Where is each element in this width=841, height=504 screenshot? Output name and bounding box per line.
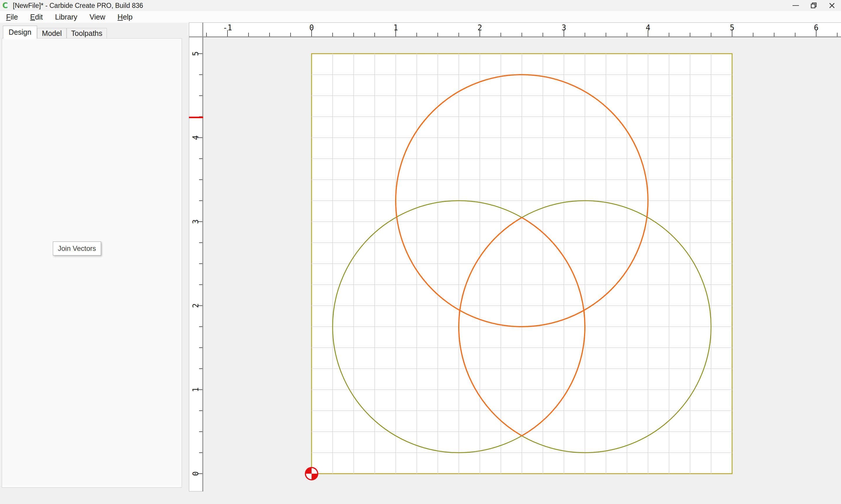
- ruler-tick: [521, 33, 522, 36]
- ruler-tick: [332, 33, 333, 36]
- ruler-tick: [543, 33, 543, 36]
- ruler-tick: [206, 33, 207, 36]
- restore-button[interactable]: [805, 0, 823, 11]
- ruler-label: -1: [219, 23, 236, 32]
- join-vectors-tooltip: Join Vectors: [53, 241, 101, 255]
- horizontal-ruler: -10123456: [203, 22, 841, 37]
- ruler-tick: [199, 74, 202, 75]
- ruler-tick: [353, 33, 354, 36]
- close-icon: [828, 2, 836, 9]
- ruler-tick: [606, 33, 606, 36]
- ruler-tick: [199, 452, 202, 453]
- ruler-label: 1: [387, 23, 405, 32]
- ruler-tick: [199, 263, 202, 264]
- ruler-tick: [459, 33, 459, 36]
- ruler-tick: [199, 95, 202, 96]
- menu-view[interactable]: View: [84, 13, 111, 21]
- ruler-tick: [199, 242, 202, 243]
- tab-toolpaths[interactable]: Toolpaths: [67, 28, 107, 38]
- ruler-label: 4: [189, 131, 202, 144]
- ruler-label: 6: [807, 23, 825, 32]
- ruler-tick: [437, 33, 438, 36]
- ruler-tick: [199, 368, 202, 369]
- minimize-icon: [792, 5, 799, 6]
- ruler-tick: [248, 33, 249, 36]
- ruler-label: 0: [189, 467, 202, 480]
- ruler-tick: [795, 33, 795, 36]
- ruler-tick: [199, 347, 202, 348]
- app-window: C [NewFile]* - Carbide Create PRO, Build…: [0, 0, 841, 504]
- ruler-tick: [416, 33, 417, 36]
- ruler-tick: [269, 33, 270, 36]
- restore-icon: [810, 2, 817, 9]
- ruler-label: 2: [471, 23, 488, 32]
- tab-model[interactable]: Model: [37, 28, 67, 38]
- ruler-tick: [753, 33, 753, 36]
- minimize-button[interactable]: [787, 0, 805, 11]
- design-panel: [2, 38, 182, 488]
- ruler-label: 3: [555, 23, 573, 32]
- ruler-label: 4: [639, 23, 657, 32]
- ruler-tick: [585, 33, 585, 36]
- vertical-ruler: 012345: [189, 37, 203, 491]
- menu-bar: File Edit Library View Help: [0, 11, 841, 23]
- ruler-tick: [199, 284, 202, 285]
- ruler-tick: [711, 33, 711, 36]
- menu-help[interactable]: Help: [111, 13, 139, 21]
- ruler-tick: [500, 33, 501, 36]
- ruler-label: 3: [189, 215, 202, 228]
- ruler-tick: [199, 179, 202, 180]
- ruler-position-marker: [189, 117, 203, 118]
- ruler-label: 2: [189, 299, 202, 312]
- ruler-label: 5: [189, 47, 202, 60]
- ruler-tick: [774, 33, 774, 36]
- window-controls: [787, 0, 841, 11]
- title-bar: C [NewFile]* - Carbide Create PRO, Build…: [0, 0, 841, 11]
- menu-edit[interactable]: Edit: [24, 13, 49, 21]
- tab-design[interactable]: Design: [3, 26, 37, 38]
- menu-library[interactable]: Library: [49, 13, 83, 21]
- ruler-tick: [199, 200, 202, 201]
- ruler-tick: [199, 431, 202, 432]
- window-title: [NewFile]* - Carbide Create PRO, Build 8…: [13, 2, 143, 10]
- ruler-corner-box: [189, 22, 203, 37]
- ruler-tick: [627, 33, 627, 36]
- ruler-label: 1: [189, 383, 202, 396]
- ruler-tick: [669, 33, 669, 36]
- design-canvas[interactable]: [203, 37, 841, 491]
- ruler-tick: [199, 326, 202, 327]
- ruler-label: 0: [303, 23, 320, 32]
- ruler-tick: [690, 33, 690, 36]
- menu-file[interactable]: File: [0, 13, 24, 21]
- app-logo-icon: C: [2, 2, 10, 9]
- ruler-label: 5: [723, 23, 741, 32]
- ruler-tick: [290, 33, 291, 36]
- ruler-tick: [837, 33, 838, 36]
- ruler-tick: [199, 410, 202, 411]
- ruler-tick: [199, 158, 202, 159]
- ruler-tick: [374, 33, 375, 36]
- close-button[interactable]: [823, 0, 841, 11]
